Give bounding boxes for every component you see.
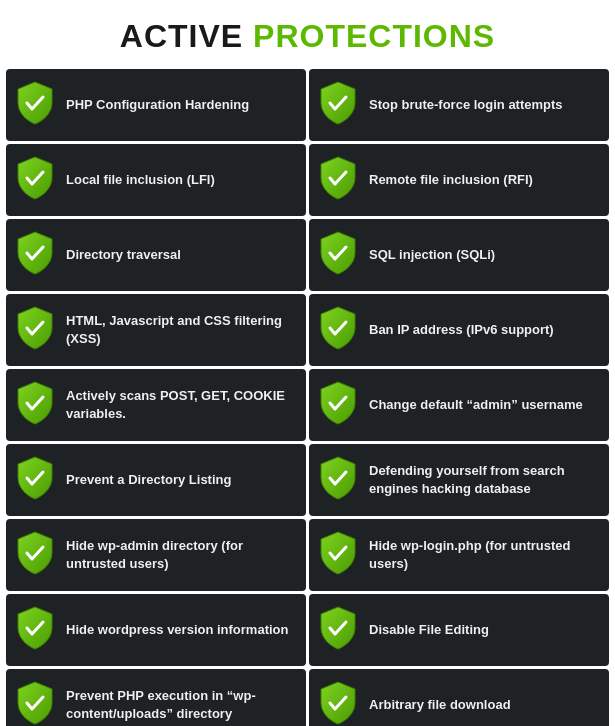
shield-icon: [16, 156, 54, 204]
card-text: HTML, Javascript and CSS filtering (XSS): [66, 312, 294, 348]
card-text: Local file inclusion (LFI): [66, 171, 215, 189]
protection-card: Actively scans POST, GET, COOKIE variabl…: [6, 369, 306, 441]
protection-card: Remote file inclusion (RFI): [309, 144, 609, 216]
card-text: Stop brute-force login attempts: [369, 96, 563, 114]
protection-card: Prevent PHP execution in “wp-content/upl…: [6, 669, 306, 726]
shield-icon: [319, 306, 357, 354]
card-text: Ban IP address (IPv6 support): [369, 321, 554, 339]
shield-icon: [16, 381, 54, 429]
protection-card: Arbitrary file download: [309, 669, 609, 726]
protection-card: Hide wp-admin directory (for untrusted u…: [6, 519, 306, 591]
card-text: Directory traversal: [66, 246, 181, 264]
protection-card: Ban IP address (IPv6 support): [309, 294, 609, 366]
protection-card: Stop brute-force login attempts: [309, 69, 609, 141]
page-container: ACTIVE PROTECTIONS PHP Configuration Har…: [0, 0, 615, 726]
card-text: Prevent a Directory Listing: [66, 471, 231, 489]
protection-card: SQL injection (SQLi): [309, 219, 609, 291]
protection-card: Local file inclusion (LFI): [6, 144, 306, 216]
card-text: Prevent PHP execution in “wp-content/upl…: [66, 687, 294, 723]
protection-card: Hide wordpress version information: [6, 594, 306, 666]
card-text: SQL injection (SQLi): [369, 246, 495, 264]
shield-icon: [319, 81, 357, 129]
card-text: Actively scans POST, GET, COOKIE variabl…: [66, 387, 294, 423]
card-text: Arbitrary file download: [369, 696, 511, 714]
protection-card: Disable File Editing: [309, 594, 609, 666]
shield-icon: [16, 606, 54, 654]
title-regular: ACTIVE: [120, 18, 243, 54]
protection-card: Prevent a Directory Listing: [6, 444, 306, 516]
page-header: ACTIVE PROTECTIONS: [0, 0, 615, 69]
card-text: Hide wp-admin directory (for untrusted u…: [66, 537, 294, 573]
card-text: Disable File Editing: [369, 621, 489, 639]
card-text: Hide wp-login.php (for untrusted users): [369, 537, 597, 573]
protection-card: Change default “admin” username: [309, 369, 609, 441]
shield-icon: [319, 531, 357, 579]
title-green: PROTECTIONS: [253, 18, 495, 54]
page-title: ACTIVE PROTECTIONS: [10, 18, 605, 55]
shield-icon: [319, 231, 357, 279]
protections-grid: PHP Configuration Hardening Stop brute-f…: [0, 69, 615, 726]
shield-icon: [319, 156, 357, 204]
card-text: Defending yourself from search engines h…: [369, 462, 597, 498]
shield-icon: [319, 681, 357, 726]
protection-card: Directory traversal: [6, 219, 306, 291]
card-text: Hide wordpress version information: [66, 621, 289, 639]
card-text: Change default “admin” username: [369, 396, 583, 414]
shield-icon: [16, 81, 54, 129]
protection-card: PHP Configuration Hardening: [6, 69, 306, 141]
protection-card: Hide wp-login.php (for untrusted users): [309, 519, 609, 591]
shield-icon: [16, 531, 54, 579]
shield-icon: [16, 306, 54, 354]
shield-icon: [16, 456, 54, 504]
card-text: PHP Configuration Hardening: [66, 96, 249, 114]
shield-icon: [319, 456, 357, 504]
shield-icon: [16, 681, 54, 726]
card-text: Remote file inclusion (RFI): [369, 171, 533, 189]
protection-card: HTML, Javascript and CSS filtering (XSS): [6, 294, 306, 366]
shield-icon: [319, 606, 357, 654]
shield-icon: [319, 381, 357, 429]
protection-card: Defending yourself from search engines h…: [309, 444, 609, 516]
shield-icon: [16, 231, 54, 279]
